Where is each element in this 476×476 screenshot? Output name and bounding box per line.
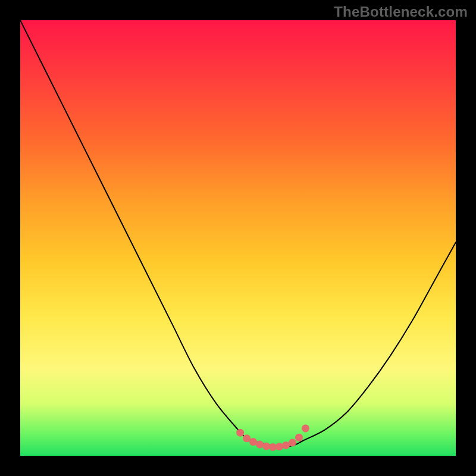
curve-svg bbox=[20, 20, 456, 456]
plot-area bbox=[20, 20, 456, 456]
highlight-dot bbox=[275, 443, 283, 450]
highlight-dot bbox=[262, 442, 270, 450]
highlight-dot bbox=[256, 441, 264, 449]
highlight-dot bbox=[302, 424, 309, 432]
highlight-dots bbox=[236, 424, 309, 451]
highlight-dot bbox=[295, 434, 303, 441]
highlight-dot bbox=[236, 429, 244, 437]
watermark-text: TheBottleneck.com bbox=[334, 4, 468, 20]
bottleneck-curve bbox=[20, 20, 456, 447]
highlight-dot bbox=[289, 439, 296, 447]
chart-frame: TheBottleneck.com bbox=[0, 0, 476, 476]
highlight-dot bbox=[243, 434, 250, 442]
